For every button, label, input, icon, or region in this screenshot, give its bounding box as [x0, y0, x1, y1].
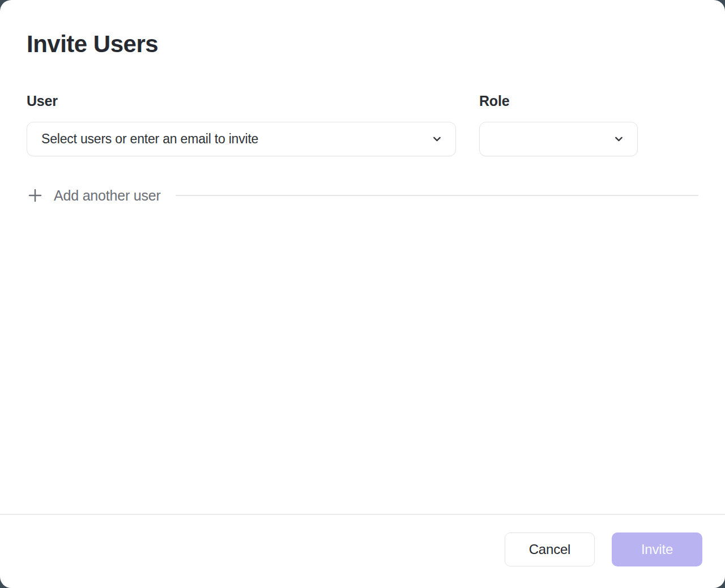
role-select[interactable] [479, 122, 638, 156]
user-field-label: User [27, 93, 456, 109]
user-select-placeholder: Select users or enter an email to invite [41, 131, 430, 147]
add-another-user-button[interactable]: Add another user [27, 187, 161, 204]
modal-body: Invite Users User Select users or enter … [0, 0, 725, 514]
invite-button[interactable]: Invite [612, 532, 702, 566]
cancel-button[interactable]: Cancel [505, 532, 595, 566]
add-user-row: Add another user [27, 187, 698, 204]
invite-form-row: User Select users or enter an email to i… [27, 93, 698, 156]
user-field-group: User Select users or enter an email to i… [27, 93, 456, 156]
add-another-user-label: Add another user [54, 188, 161, 204]
page-title: Invite Users [27, 31, 698, 58]
role-field-label: Role [479, 93, 638, 109]
invite-users-modal: Invite Users User Select users or enter … [0, 0, 725, 588]
modal-footer: Cancel Invite [0, 514, 725, 588]
chevron-down-icon [612, 133, 625, 146]
plus-icon [27, 187, 44, 204]
role-field-group: Role [479, 93, 638, 156]
user-select[interactable]: Select users or enter an email to invite [27, 122, 456, 156]
row-divider [176, 195, 698, 196]
chevron-down-icon [430, 133, 443, 146]
